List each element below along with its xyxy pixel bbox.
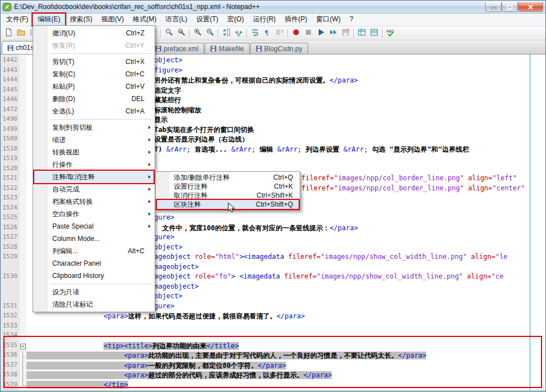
menubar-item-plugins[interactable]: 插件(P) [280,13,312,26]
line-number[interactable]: 1490 [1,115,20,125]
menubar-item-macro[interactable]: 宏(O) [223,13,248,26]
title-bar[interactable]: E:\Dev_Root\docbook\dev\books\crifan_rec… [1,1,545,13]
line-content[interactable]: <para>超过的部分的代码，应该养成好习惯，以多行显示。</para> [26,371,545,381]
line-number[interactable]: 1499 [1,125,20,135]
edit-menu-item-convert-case[interactable]: 转换视图 [34,146,154,158]
line-number[interactable]: 1530 [1,272,20,282]
tab-preface-xml[interactable]: preface.xml [150,43,204,54]
menubar-item-format[interactable]: 格式(M) [128,13,161,26]
tab-makefile[interactable]: Makefile [205,43,250,54]
run-macro-multiple-times-button[interactable] [327,28,339,39]
line-number[interactable]: 1519 [1,154,20,165]
line-number[interactable] [1,282,20,293]
line-number[interactable] [1,263,20,273]
edit-menu-item-select-all[interactable]: 全选(L)Ctrl+A [34,105,154,117]
line-number[interactable]: 1532 [1,312,20,322]
line-content[interactable]: </tip> [26,381,545,391]
menubar-item-run[interactable]: 运行(R) [249,13,281,26]
line-content[interactable]: <para>一般的列宽限制，都定位80个字符。</para> [26,361,545,371]
line-number[interactable]: 1526 [1,224,20,234]
spell-check-button[interactable]: ABC [384,28,396,39]
edit-menu-item-paste-special[interactable]: Paste Special [34,220,154,233]
menubar-item-window[interactable]: 窗口(W) [312,13,345,26]
line-number[interactable]: 1524 [1,204,20,214]
start-recording-button[interactable] [290,28,302,39]
line-number[interactable]: 1527 [1,233,20,243]
zoom-in-button[interactable] [191,28,204,39]
line-number[interactable]: 1518 [1,145,20,155]
line-number[interactable]: 1535 [1,341,20,352]
edit-menu-item-auto-completion[interactable]: 自动完成 [34,183,154,195]
edit-menu-item-paste[interactable]: 粘贴(P)Ctrl+V [34,80,154,93]
line-number[interactable]: 1525 [1,213,20,224]
edit-menu-item-cut[interactable]: 剪切(T)Ctrl+X [34,56,154,68]
menubar-item-view[interactable]: 视图(V) [97,13,128,26]
save-recorded-macro-button[interactable] [339,28,351,39]
line-number[interactable]: 1472 [1,106,20,116]
line-number[interactable]: 1536 [1,351,20,361]
menubar-item-edit[interactable]: 编辑(E) [33,13,65,26]
line-number[interactable]: 1522 [1,184,20,194]
edit-menu-item-undo[interactable]: 撤消(U)Ctrl+Z [34,27,154,39]
line-number[interactable] [1,292,20,302]
stop-recording-button[interactable] [302,28,314,39]
line-number[interactable]: 1533 [1,322,20,332]
edit-menu-item-set-read-only[interactable]: 设为只读 [34,286,154,298]
show-all-characters-button[interactable]: ¶ [261,28,273,39]
close-button[interactable] [518,2,543,12]
line-number[interactable]: 1539 [1,381,20,391]
new-file-button[interactable] [2,28,15,39]
word-wrap-button[interactable] [249,28,261,39]
comment-submenu-item-single-line-comment[interactable]: 设置行注释Ctrl+K [157,182,299,191]
line-content[interactable] [26,331,545,341]
line-number[interactable]: 1537 [1,361,20,371]
doc-switcher-button[interactable] [355,28,368,39]
edit-menu-item-clear-read-only-flag[interactable]: 清除只读标记 [34,298,154,311]
edit-menu-item-copy-to-clipboard[interactable]: 复制到剪切板 [34,121,154,134]
indent-guide-button[interactable] [273,28,286,39]
edit-menu-item-delete[interactable]: 删除(D)DEL [34,93,154,105]
fold-marker-icon[interactable] [20,341,26,352]
edit-menu-item-comment-uncomment[interactable]: 注释/取消注释 [34,171,154,183]
maximize-button[interactable] [502,2,518,12]
menubar-item-settings[interactable]: 设置(T) [192,13,223,26]
replace-button[interactable]: ab [175,28,187,39]
line-content[interactable]: <tip><title>列边界功能的由来</title> [26,341,545,352]
menubar-item-help[interactable]: ? [345,13,358,26]
playback-macro-button[interactable] [314,28,327,39]
line-number[interactable]: 1509 [1,135,20,145]
line-number[interactable]: 1442 [1,56,20,66]
line-number[interactable]: 1446 [1,95,20,106]
sync-vertical-scroll-button[interactable] [220,28,232,39]
line-number[interactable]: 1538 [1,371,20,381]
open-file-button[interactable] [15,28,27,39]
comment-submenu-item-toggle-single-line-comment[interactable]: 添加/删除单行注释Ctrl+Q [157,173,299,182]
line-content[interactable] [26,322,545,332]
line-number[interactable]: 1529 [1,253,20,263]
line-number[interactable]: 1520 [1,165,20,175]
line-number[interactable]: 1445 [1,86,20,96]
line-number[interactable]: 1521 [1,174,20,184]
menubar-item-language[interactable]: 语言(L) [161,13,192,26]
find-button[interactable] [163,28,175,39]
line-number[interactable]: 1531 [1,302,20,312]
line-content[interactable]: <para>此功能的出现，主要是由于对于写代码的人，一个良好的习惯是，不要让代码… [26,351,545,361]
line-number[interactable]: 1444 [1,76,20,86]
line-number[interactable]: 1523 [1,194,20,204]
comment-submenu-item-single-line-uncomment[interactable]: 取消行注释Ctrl+Shift+K [157,191,299,200]
sync-horizontal-scroll-button[interactable] [232,28,245,39]
line-number[interactable]: 1534 [1,331,20,341]
menubar-item-file[interactable]: 文件(F) [2,13,33,26]
edit-menu-item-character-panel[interactable]: Character Panel [34,257,154,270]
comment-submenu-item-block-comment[interactable]: 区块注释Ctrl+Shift+Q [157,200,299,209]
menubar-item-search[interactable]: 搜索(S) [65,13,97,26]
edit-menu-item-copy[interactable]: 复制(C)Ctrl+C [34,68,154,80]
zoom-out-button[interactable] [204,28,216,39]
edit-menu-item-indent[interactable]: 缩进 [34,134,154,146]
edit-menu-item-redo[interactable]: 恢复(R)Ctrl+Y [34,39,154,52]
minimize-button[interactable] [485,2,502,12]
line-content[interactable]: <para>这样，如果代码是否超过便捷，就很容易看清了。</para> [26,312,545,322]
edit-menu-item-line-operations[interactable]: 行操作 [34,158,154,171]
edit-menu-item-column-mode[interactable]: Column Mode... [34,233,154,245]
edit-menu-item-eol-conversion[interactable]: 档案格式转换 [34,195,154,208]
